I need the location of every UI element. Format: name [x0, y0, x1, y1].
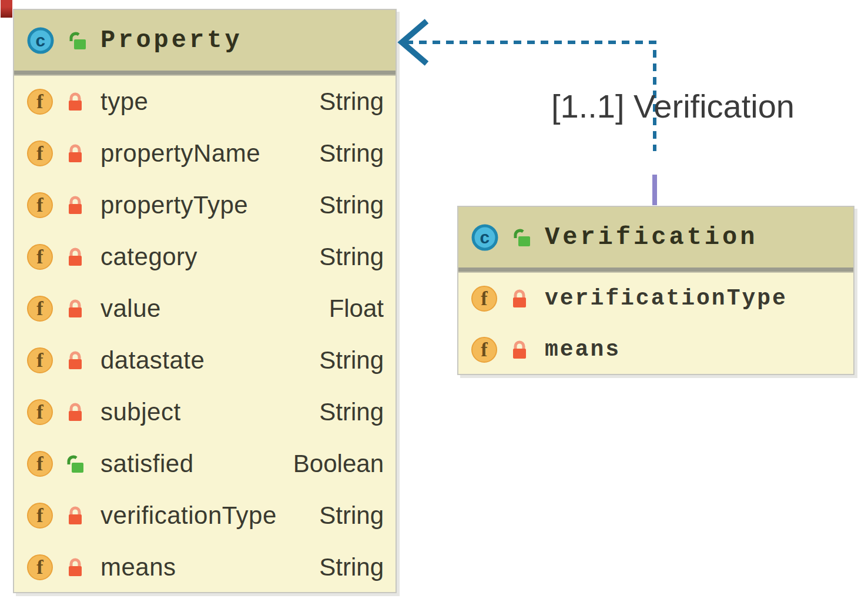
- field-name: verificationType: [545, 286, 787, 311]
- field-type: Float: [329, 295, 384, 323]
- private-lock-icon: [65, 350, 85, 371]
- svg-text:f: f: [36, 91, 43, 112]
- field-name: datastate: [100, 346, 205, 374]
- class-header-verification[interactable]: c Verification: [458, 207, 853, 267]
- svg-text:f: f: [36, 194, 43, 216]
- field-type: String: [319, 346, 384, 374]
- field-icon: f: [26, 450, 53, 477]
- field-row[interactable]: f satisfie: [14, 438, 396, 490]
- class-icon: c: [471, 223, 499, 252]
- field-row[interactable]: f subject: [14, 386, 396, 438]
- field-list: f type: [14, 76, 396, 593]
- field-name: means: [100, 553, 176, 581]
- field-icon: f: [26, 140, 53, 167]
- field-name: propertyName: [100, 139, 260, 168]
- field-type: String: [319, 139, 384, 168]
- field-icon: f: [26, 243, 53, 270]
- svg-text:f: f: [481, 339, 488, 360]
- field-row[interactable]: f datastat: [14, 335, 396, 386]
- class-title: Property: [100, 26, 243, 55]
- field-row[interactable]: f means: [14, 541, 396, 593]
- edge-arrowhead: [402, 21, 427, 63]
- field-type: String: [319, 398, 384, 426]
- cropped-red-artifact: [1, 0, 12, 18]
- private-lock-icon: [65, 557, 85, 578]
- field-icon: f: [26, 554, 53, 581]
- svg-text:f: f: [36, 297, 43, 319]
- field-row[interactable]: f means: [458, 324, 853, 375]
- svg-text:f: f: [36, 401, 43, 423]
- field-name: value: [100, 295, 161, 323]
- field-icon: f: [471, 336, 498, 363]
- class-box-verification[interactable]: c Verification f: [457, 206, 854, 375]
- private-lock-icon: [65, 195, 85, 216]
- class-box-property[interactable]: c Property f: [13, 9, 397, 593]
- svg-text:f: f: [36, 349, 43, 371]
- field-type: Boolean: [293, 450, 384, 478]
- field-row[interactable]: f property: [14, 128, 396, 179]
- diagram-canvas: c Property f: [0, 0, 868, 612]
- header-separator: [14, 71, 396, 76]
- field-type: String: [319, 553, 384, 581]
- field-icon: f: [26, 399, 53, 426]
- field-icon: f: [26, 347, 53, 374]
- field-name: verificationType: [100, 501, 277, 530]
- field-type: String: [319, 191, 384, 219]
- field-name: subject: [100, 398, 181, 426]
- private-lock-icon: [65, 298, 85, 319]
- field-row[interactable]: f property: [14, 179, 396, 231]
- private-lock-icon: [510, 339, 529, 360]
- public-lock-icon: [65, 453, 85, 474]
- class-icon: c: [26, 26, 55, 55]
- field-icon: f: [26, 88, 53, 115]
- header-separator: [458, 267, 853, 273]
- field-name: means: [545, 337, 621, 362]
- field-list: f verifica: [458, 273, 853, 375]
- field-row[interactable]: f verifica: [458, 273, 853, 324]
- private-lock-icon: [65, 143, 85, 164]
- class-header-property[interactable]: c Property: [14, 10, 396, 71]
- field-name: type: [100, 88, 148, 116]
- field-type: String: [319, 501, 384, 530]
- svg-text:f: f: [36, 246, 43, 267]
- svg-text:f: f: [36, 142, 43, 164]
- private-lock-icon: [65, 246, 85, 267]
- svg-text:f: f: [36, 504, 43, 526]
- private-lock-icon: [65, 505, 85, 526]
- field-type: String: [319, 243, 384, 271]
- field-name: category: [100, 243, 197, 271]
- field-icon: f: [471, 285, 498, 312]
- svg-text:c: c: [480, 229, 490, 249]
- field-icon: f: [26, 295, 53, 322]
- field-name: propertyType: [100, 191, 248, 219]
- svg-text:f: f: [481, 287, 488, 309]
- public-lock-icon: [512, 227, 532, 248]
- field-type: String: [319, 88, 384, 116]
- private-lock-icon: [65, 91, 85, 112]
- private-lock-icon: [510, 288, 529, 309]
- field-row[interactable]: f category: [14, 231, 396, 283]
- svg-text:f: f: [36, 556, 43, 578]
- field-row[interactable]: f type: [14, 76, 396, 128]
- private-lock-icon: [65, 402, 85, 423]
- edge-label[interactable]: [1..1] Verification: [551, 87, 795, 125]
- field-row[interactable]: f value: [14, 283, 396, 335]
- svg-text:f: f: [36, 453, 43, 474]
- public-lock-icon: [68, 30, 88, 51]
- field-row[interactable]: f verifica: [14, 490, 396, 541]
- class-title: Verification: [545, 223, 758, 252]
- field-icon: f: [26, 192, 53, 219]
- field-name: satisfied: [100, 450, 194, 478]
- field-icon: f: [26, 502, 53, 529]
- svg-text:c: c: [35, 32, 46, 52]
